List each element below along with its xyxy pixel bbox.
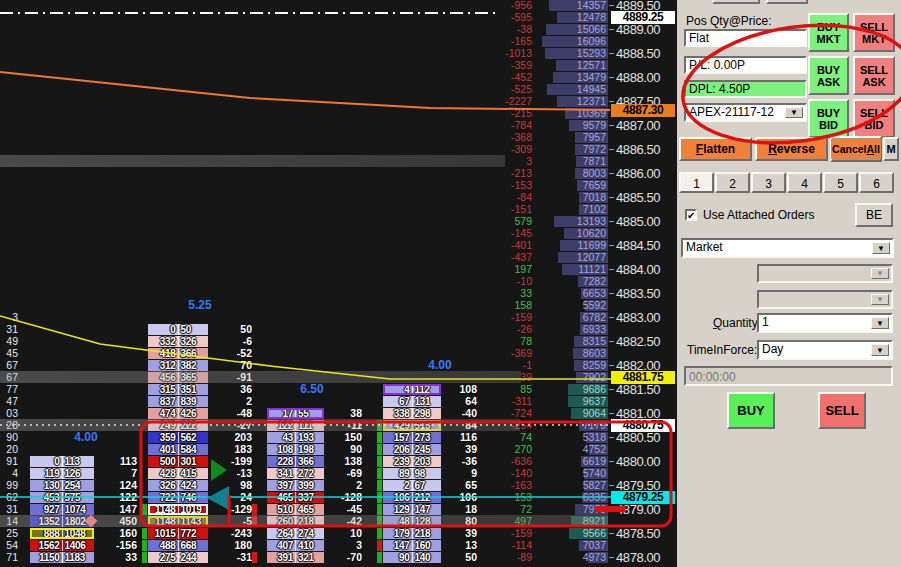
delta-value: -10 xyxy=(472,276,532,287)
cancel-all-button[interactable]: CancelAll xyxy=(830,136,882,162)
tab-2[interactable]: 2 xyxy=(715,172,750,193)
bid-value: 108 xyxy=(267,444,295,455)
ask-value: 1183 xyxy=(63,552,95,563)
ask-value: 424 xyxy=(179,480,209,491)
left-edge-delta: 03 xyxy=(0,408,18,419)
reverse-button[interactable]: Reverse xyxy=(755,137,828,161)
price-box-4879.25: 4879.25 xyxy=(611,491,675,504)
pl-field: P/L: 0.00P xyxy=(684,56,807,74)
order-entry-panel: Pos Qty@Price: Flat P/L: 0.00P DPL: 4.50… xyxy=(677,0,901,567)
footprint-cell: 315351 xyxy=(148,384,208,395)
tab-1[interactable]: 1 xyxy=(679,172,714,193)
bid-value: 1150 xyxy=(30,552,62,563)
tab-4[interactable]: 4 xyxy=(787,172,822,193)
sell-button[interactable]: SELL xyxy=(818,392,866,429)
flatten-button[interactable]: Flatten xyxy=(679,137,752,161)
ask-value: 562 xyxy=(179,432,209,443)
price2-select-disabled: ▼ xyxy=(757,290,893,309)
tif-label: TimeInForce: xyxy=(687,344,757,357)
price-label: 4883.00 xyxy=(616,311,676,324)
tab-3[interactable]: 3 xyxy=(751,172,786,193)
column-delta-value: -70 xyxy=(320,552,362,563)
footprint-cell: 264274 xyxy=(267,528,324,539)
volume-value: 8259 xyxy=(536,360,606,371)
price-label: 4883.50 xyxy=(616,287,676,300)
volume-side-bar xyxy=(252,552,257,563)
use-attached-orders-checkbox[interactable]: ✔ xyxy=(685,209,697,221)
left-edge-delta: 3 xyxy=(0,312,18,323)
volume-value: 7179 xyxy=(536,420,606,431)
ask-value: 244 xyxy=(179,552,209,563)
order-type-select[interactable]: Market ▼ xyxy=(681,238,894,258)
volume-value: 9566 xyxy=(536,528,606,539)
buy-ask-button[interactable]: BUYASK xyxy=(808,56,849,95)
order-type-dropdown-arrow[interactable]: ▼ xyxy=(872,242,890,254)
column-delta-value: 39 xyxy=(435,444,477,455)
buy-button[interactable]: BUY xyxy=(727,392,775,429)
column-delta-value: 2 xyxy=(210,396,252,407)
delta-value: 153 xyxy=(472,492,532,503)
volume-side-bar xyxy=(377,492,382,503)
delta-value: 72 xyxy=(472,504,532,515)
price-box-4887.30: 4887.30 xyxy=(611,104,675,117)
sell-bid-button[interactable]: SELLBID xyxy=(853,99,895,138)
column-delta-value: 98 xyxy=(210,480,252,491)
volume-value: 9686 xyxy=(536,384,606,395)
quantity-dropdown-arrow[interactable]: ▼ xyxy=(871,317,889,329)
tif-dropdown-arrow[interactable]: ▼ xyxy=(871,344,889,356)
ask-value: 1406 xyxy=(63,540,95,551)
row-highlight-band xyxy=(0,515,608,527)
delta-value: -159 xyxy=(472,312,532,323)
price-tick xyxy=(609,317,614,318)
volume-side-bar xyxy=(142,528,147,539)
price-label: 4886.00 xyxy=(616,167,676,180)
price-label: 4885.00 xyxy=(616,215,676,228)
volume-value: 10620 xyxy=(536,228,606,239)
footprint-cell: 4112 xyxy=(383,384,441,395)
ask-value: 126 xyxy=(63,468,95,479)
volume-value: 7282 xyxy=(536,276,606,287)
column-delta-value: 33 xyxy=(95,552,137,563)
be-button[interactable]: BE xyxy=(855,203,893,227)
column-cumdelta-label: 5.25 xyxy=(180,299,220,311)
pos-qty-field[interactable]: Flat xyxy=(684,29,807,47)
volume-value: 6335 xyxy=(536,492,606,503)
price-tick xyxy=(609,101,614,102)
volume-value: 7973 xyxy=(536,504,606,515)
footprint-cell: 90140 xyxy=(383,552,441,563)
delta-value: -359 xyxy=(472,60,532,71)
sell-ask-button[interactable]: SELLASK xyxy=(853,56,895,95)
sell-mkt-button[interactable]: SELLMKT xyxy=(853,13,895,52)
price1-select-disabled: ▼ xyxy=(757,264,893,283)
account-select[interactable]: APEX-21117-12 ▼ xyxy=(684,103,807,122)
bid-value: 1562 xyxy=(30,540,62,551)
column-delta-value: -45 xyxy=(320,504,362,515)
footprint-cell: 239203 xyxy=(383,456,441,467)
m-button[interactable]: M xyxy=(883,137,899,161)
tab-6[interactable]: 6 xyxy=(859,172,894,193)
bid-value: 119 xyxy=(30,468,62,479)
volume-value: 11121 xyxy=(536,264,606,275)
column-delta-value: 7 xyxy=(95,468,137,479)
footprint-cell: 15621406 xyxy=(30,540,94,551)
tif-select[interactable]: Day ▼ xyxy=(757,340,893,360)
volume-side-bar xyxy=(377,528,382,539)
column-delta-value: -40 xyxy=(435,408,477,419)
volume-value: 9064 xyxy=(536,408,606,419)
buy-mkt-button[interactable]: BUYMKT xyxy=(808,13,849,52)
delta-value: -525 xyxy=(472,84,532,95)
ask-value: 366 xyxy=(179,348,209,359)
footprint-cell: 312382 xyxy=(148,360,208,371)
row-highlight-band xyxy=(0,155,505,167)
footprint-cell: 129147 xyxy=(383,504,441,515)
footprint-cell: 267 xyxy=(383,480,441,491)
delta-value: -145 xyxy=(472,228,532,239)
tab-5[interactable]: 5 xyxy=(823,172,858,193)
buy-bid-button[interactable]: BUYBID xyxy=(808,99,849,138)
volume-side-bar xyxy=(377,540,382,551)
delta-value: -452 xyxy=(472,72,532,83)
price-tick xyxy=(609,5,614,6)
footprint-cell: 359562 xyxy=(148,432,208,443)
quantity-select[interactable]: 1 ▼ xyxy=(757,313,893,333)
account-dropdown-arrow[interactable]: ▼ xyxy=(785,107,803,118)
